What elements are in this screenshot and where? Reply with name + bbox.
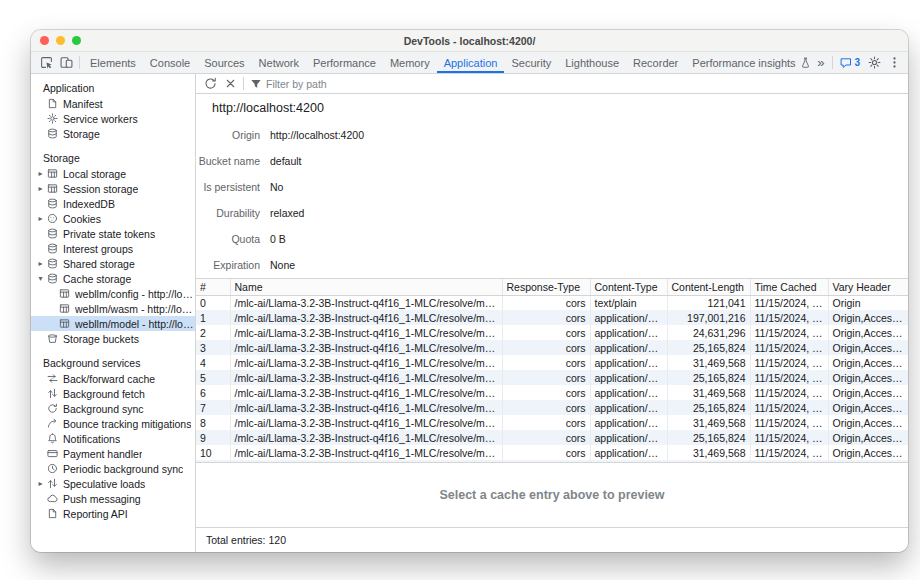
tab-lighthouse[interactable]: Lighthouse xyxy=(558,52,626,73)
sidebar-item-back-forward-cache[interactable]: Back/forward cache xyxy=(31,371,195,386)
column-header-vary-header[interactable]: Vary Header xyxy=(828,279,908,295)
sidebar-item-periodic-background-sync[interactable]: Periodic background sync xyxy=(31,461,195,476)
cell-content-length: 197,001,216 xyxy=(667,310,750,325)
meta-value: None xyxy=(270,259,295,271)
sidebar-item-label: Cache storage xyxy=(63,273,131,285)
table-row[interactable]: 2/mlc-ai/Llama-3.2-3B-Instruct-q4f16_1-M… xyxy=(196,325,908,340)
sidebar-item-webllm-model-http-loc[interactable]: webllm/model - http://loc… xyxy=(31,316,195,331)
cell-index: 5 xyxy=(196,370,230,385)
table-row[interactable]: 8/mlc-ai/Llama-3.2-3B-Instruct-q4f16_1-M… xyxy=(196,415,908,430)
sidebar-item-speculative-loads[interactable]: ▸Speculative loads xyxy=(31,476,195,491)
column-header-index[interactable]: # xyxy=(196,279,230,295)
column-header-name[interactable]: Name xyxy=(230,279,502,295)
tab-application[interactable]: Application xyxy=(437,52,505,73)
sidebar-item-label: Notifications xyxy=(63,433,120,445)
refresh-button[interactable] xyxy=(200,75,220,93)
sidebar-item-background-fetch[interactable]: Background fetch xyxy=(31,386,195,401)
settings-button[interactable] xyxy=(864,53,884,73)
tab-recorder[interactable]: Recorder xyxy=(626,52,685,73)
sidebar-item-local-storage[interactable]: ▸Local storage xyxy=(31,166,195,181)
sidebar-item-private-state-tokens[interactable]: Private state tokens xyxy=(31,226,195,241)
chevron-right-icon[interactable]: ▸ xyxy=(35,479,46,488)
meta-row-quota: Quota0 B xyxy=(196,226,908,252)
chevron-down-icon[interactable]: ▾ xyxy=(35,274,46,283)
tab-performance-insights[interactable]: Performance insights xyxy=(685,52,812,73)
cell-content-length: 31,469,568 xyxy=(667,415,750,430)
inspect-element-button[interactable] xyxy=(36,53,56,73)
table-row[interactable]: 10/mlc-ai/Llama-3.2-3B-Instruct-q4f16_1-… xyxy=(196,445,908,460)
sidebar-item-webllm-wasm-http-loca[interactable]: webllm/wasm - http://loca… xyxy=(31,301,195,316)
zoom-window-button[interactable] xyxy=(72,36,81,45)
sidebar-item-shared-storage[interactable]: ▸Shared storage xyxy=(31,256,195,271)
cache-entries-grid[interactable]: #NameResponse-TypeContent-TypeContent-Le… xyxy=(196,278,908,462)
cell-name: /mlc-ai/Llama-3.2-3B-Instruct-q4f16_1-ML… xyxy=(230,325,502,340)
delete-selected-button[interactable] xyxy=(220,75,240,93)
sidebar-item-indexeddb[interactable]: IndexedDB xyxy=(31,196,195,211)
sidebar-item-webllm-config-http-loc[interactable]: webllm/config - http://loc… xyxy=(31,286,195,301)
cell-time-cached: 11/15/2024, 10… xyxy=(750,385,828,400)
tab-console[interactable]: Console xyxy=(143,52,197,73)
table-row[interactable]: 6/mlc-ai/Llama-3.2-3B-Instruct-q4f16_1-M… xyxy=(196,385,908,400)
preview-placeholder: Select a cache entry above to preview xyxy=(439,488,664,502)
cell-index: 7 xyxy=(196,400,230,415)
sidebar-item-push-messaging[interactable]: Push messaging xyxy=(31,491,195,506)
meta-label: Expiration xyxy=(196,259,260,271)
sidebar-item-notifications[interactable]: Notifications xyxy=(31,431,195,446)
tab-performance[interactable]: Performance xyxy=(306,52,383,73)
close-window-button[interactable] xyxy=(40,36,49,45)
sidebar-item-session-storage[interactable]: ▸Session storage xyxy=(31,181,195,196)
sidebar-item-manifest[interactable]: Manifest xyxy=(31,96,195,111)
console-messages-button[interactable]: 3 xyxy=(836,53,864,73)
titlebar[interactable]: DevTools - localhost:4200/ xyxy=(31,30,908,52)
filter-input[interactable] xyxy=(266,78,416,90)
sidebar-item-cookies[interactable]: ▸Cookies xyxy=(31,211,195,226)
table-row[interactable]: 3/mlc-ai/Llama-3.2-3B-Instruct-q4f16_1-M… xyxy=(196,340,908,355)
sidebar-section-storage: Storage▸Local storage▸Session storageInd… xyxy=(31,150,195,346)
sidebar-item-interest-groups[interactable]: Interest groups xyxy=(31,241,195,256)
column-header-content-type[interactable]: Content-Type xyxy=(590,279,667,295)
column-header-time-cached[interactable]: Time Cached xyxy=(750,279,828,295)
tab-sources[interactable]: Sources xyxy=(197,52,251,73)
sidebar-item-storage-buckets[interactable]: Storage buckets xyxy=(31,331,195,346)
chevron-right-icon[interactable]: ▸ xyxy=(35,184,46,193)
total-entries-label: Total entries: 120 xyxy=(206,534,286,546)
chevron-right-icon[interactable]: ▸ xyxy=(35,259,46,268)
sidebar-item-background-sync[interactable]: Background sync xyxy=(31,401,195,416)
cell-name: /mlc-ai/Llama-3.2-3B-Instruct-q4f16_1-ML… xyxy=(230,445,502,460)
tab-network[interactable]: Network xyxy=(252,52,306,73)
cell-response-type: cors xyxy=(502,385,590,400)
cell-time-cached: 11/15/2024, 10… xyxy=(750,310,828,325)
column-header-content-length[interactable]: Content-Length xyxy=(667,279,750,295)
tab-label: Lighthouse xyxy=(565,57,619,69)
table-icon xyxy=(58,303,71,314)
sidebar-item-service-workers[interactable]: Service workers xyxy=(31,111,195,126)
table-row[interactable]: 7/mlc-ai/Llama-3.2-3B-Instruct-q4f16_1-M… xyxy=(196,400,908,415)
table-row[interactable]: 5/mlc-ai/Llama-3.2-3B-Instruct-q4f16_1-M… xyxy=(196,370,908,385)
column-header-response-type[interactable]: Response-Type xyxy=(502,279,590,295)
tab-elements[interactable]: Elements xyxy=(83,52,143,73)
more-tabs-button[interactable]: » xyxy=(812,55,829,70)
chevron-right-icon[interactable]: ▸ xyxy=(35,169,46,178)
bucket-icon xyxy=(46,333,59,344)
cell-vary-header: Origin,Access… xyxy=(828,400,908,415)
chevron-right-icon[interactable]: ▸ xyxy=(35,214,46,223)
cell-content-length: 25,165,824 xyxy=(667,430,750,445)
sidebar-item-payment-handler[interactable]: Payment handler xyxy=(31,446,195,461)
cache-toolbar xyxy=(196,74,908,94)
table-row[interactable]: 1/mlc-ai/Llama-3.2-3B-Instruct-q4f16_1-M… xyxy=(196,310,908,325)
cell-time-cached: 11/15/2024, 10… xyxy=(750,445,828,460)
sidebar-item-storage[interactable]: Storage xyxy=(31,126,195,141)
minimize-window-button[interactable] xyxy=(56,36,65,45)
sidebar-item-bounce-tracking-mitigations[interactable]: Bounce tracking mitigations xyxy=(31,416,195,431)
table-row[interactable]: 9/mlc-ai/Llama-3.2-3B-Instruct-q4f16_1-M… xyxy=(196,430,908,445)
table-row[interactable]: 0/mlc-ai/Llama-3.2-3B-Instruct-q4f16_1-M… xyxy=(196,295,908,310)
tab-memory[interactable]: Memory xyxy=(383,52,437,73)
sidebar-item-reporting-api[interactable]: Reporting API xyxy=(31,506,195,521)
device-toolbar-button[interactable] xyxy=(56,53,76,73)
sidebar-item-cache-storage[interactable]: ▾Cache storage xyxy=(31,271,195,286)
menu-button[interactable] xyxy=(884,53,904,73)
table-row[interactable]: 4/mlc-ai/Llama-3.2-3B-Instruct-q4f16_1-M… xyxy=(196,355,908,370)
divider xyxy=(243,77,244,90)
tab-security[interactable]: Security xyxy=(504,52,558,73)
cell-vary-header: Origin,Access… xyxy=(828,340,908,355)
